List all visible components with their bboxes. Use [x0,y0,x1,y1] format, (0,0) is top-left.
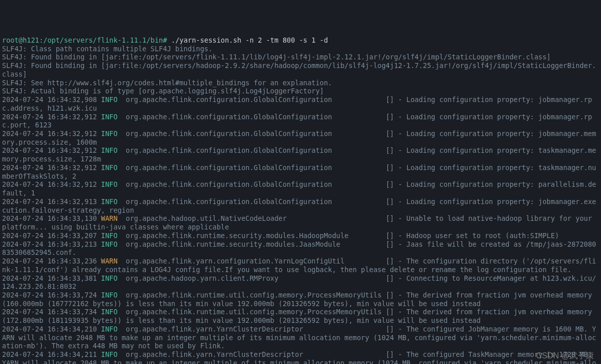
log-line: 2024-07-24 16:34:32,912 INFO org.apache.… [2,129,599,146]
log-line: 2024-07-24 16:34:32,913 INFO org.apache.… [2,197,599,214]
log-line: 2024-07-24 16:34:33,207 INFO org.apache.… [2,231,599,240]
slf4j-line: SLF4J: Found binding in [jar:file:/opt/s… [2,61,599,78]
log-line: 2024-07-24 16:34:33,724 INFO org.apache.… [2,291,599,308]
log-line: 2024-07-24 16:34:33,236 WARN org.apache.… [2,257,599,274]
log-line: 2024-07-24 16:34:32,908 INFO org.apache.… [2,95,599,112]
log-line: 2024-07-24 16:34:34,211 INFO org.apache.… [2,350,599,364]
slf4j-line: SLF4J: See http://www.slf4j.org/codes.ht… [2,79,599,87]
slf4j-line: SLF4J: Class path contains multiple SLF4… [2,45,599,53]
log-line: 2024-07-24 16:34:32,912 INFO org.apache.… [2,113,599,129]
log-line: 2024-07-24 16:34:34,210 INFO org.apache.… [2,325,599,350]
log-line: 2024-07-24 16:34:32,912 INFO org.apache.… [2,163,599,180]
prompt-line: root@h121:/opt/servers/flink-1.11.1/bin#… [2,36,599,45]
log-line: 2024-07-24 16:34:33,381 INFO org.apache.… [2,274,599,291]
log-line: 2024-07-24 16:34:33,213 INFO org.apache.… [2,240,599,257]
log-line: 2024-07-24 16:34:33,734 INFO org.apache.… [2,308,599,324]
watermark: CSDN @武子康 [536,351,594,361]
log-line: 2024-07-24 16:34:32,912 INFO org.apache.… [2,180,599,197]
slf4j-line: SLF4J: Actual binding is of type [org.ap… [2,87,599,95]
slf4j-line: SLF4J: Found binding in [jar:file:/opt/s… [2,53,599,61]
log-line: 2024-07-24 16:34:33,130 WARN org.apache.… [2,214,599,231]
log-line: 2024-07-24 16:34:32,912 INFO org.apache.… [2,146,599,163]
terminal-output[interactable]: root@h121:/opt/servers/flink-1.11.1/bin#… [2,36,599,364]
